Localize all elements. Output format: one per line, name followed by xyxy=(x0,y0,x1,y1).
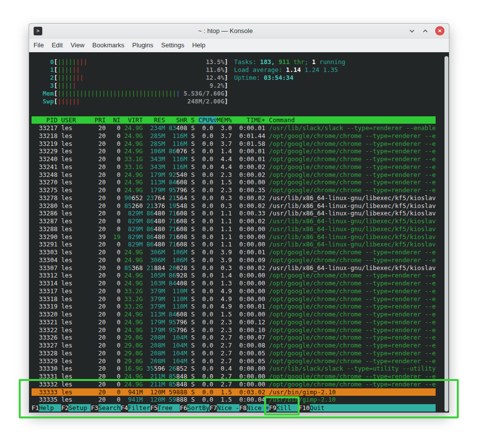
maximize-button[interactable] xyxy=(422,28,429,34)
process-row-33326[interactable]: 33326 les 20 0 29.0G 208M 104M S 0.0 2.7… xyxy=(32,334,449,342)
process-row-33322[interactable]: 33322 les 20 0 24.9G 179M 95796 S 0.0 2.… xyxy=(32,326,449,334)
fkey-label-quit[interactable]: Quit xyxy=(310,404,436,412)
fkey-f10[interactable]: F10 xyxy=(299,404,310,412)
blank-line xyxy=(32,105,449,116)
process-row-33286[interactable]: 33286 les 20 0 829M 86480 71608 S 0.0 1.… xyxy=(32,209,449,217)
fkey-label-help[interactable]: Help xyxy=(39,404,61,412)
process-row-33280[interactable]: 33280 les 20 0 85260 21376 19548 S 0.0 0… xyxy=(32,202,449,210)
meter-pipes: |||||| xyxy=(58,98,80,105)
fkey-f6[interactable]: F6 xyxy=(180,404,187,412)
meter-bar: |||||||12.4% xyxy=(58,74,225,82)
fkey-label-nice-[interactable]: Nice + xyxy=(247,404,269,412)
process-row-33291[interactable]: 33291 les 20 0 829M 86480 71608 S 0.0 1.… xyxy=(32,241,449,248)
sort-column-cpu[interactable]: CPU%▽ xyxy=(199,116,217,124)
meter-label: Mem xyxy=(32,90,54,97)
close-button[interactable]: ✕ xyxy=(435,26,444,35)
menu-item-edit[interactable]: Edit xyxy=(48,41,67,49)
process-row-33278[interactable]: 33278 les 20 0 90652 23764 21564 S 0.0 0… xyxy=(32,194,449,202)
process-row-33270[interactable]: 33270 les 20 0 24.9G 113M 84608 S 0.0 1.… xyxy=(32,178,449,186)
fkey-f7[interactable]: F7 xyxy=(209,404,217,412)
process-row-33314[interactable]: 33314 les 20 0 24.9G 103M 84408 S 0.0 1.… xyxy=(32,279,449,287)
process-row-selected-33333[interactable]: 33333 les 20 0 941M 120M 59888 S 0.0 1.5… xyxy=(32,388,436,396)
process-row-33303[interactable]: 33303 les 20 0 24.9G 306M 106M S 0.0 3.9… xyxy=(32,248,449,256)
process-row-33290[interactable]: 33290 les 39 19 829M 86480 71608 S 0.0 1… xyxy=(32,233,449,241)
process-row-33329[interactable]: 33329 les 20 0 29.0G 208M 104M S 0.0 2.7… xyxy=(32,357,449,365)
fkey-f8[interactable]: F8 xyxy=(239,404,247,412)
fkey-f1[interactable]: F1 xyxy=(32,404,39,412)
process-row-33288[interactable]: 33288 les 20 0 829M 86480 71608 S 0.0 1.… xyxy=(32,225,449,233)
window-title: ~ : htop — Konsole xyxy=(42,27,409,34)
fkey-label-sortby[interactable]: SortBy xyxy=(187,404,209,412)
meter-value: 248M/2.00G xyxy=(187,98,224,105)
meter-pipe-red: ||| xyxy=(76,58,87,66)
process-row-33320[interactable]: 33320 les 20 0 24.9G 113M 84608 S 0.0 1.… xyxy=(32,310,449,318)
process-row-33317[interactable]: 33317 les 20 0 33.2G 379M 110M S 0.0 4.9… xyxy=(32,287,449,295)
process-row-33219[interactable]: 33219 les 20 0 24.9G 285M 116M S 0.0 3.7… xyxy=(32,140,449,148)
process-row-33218[interactable]: 33218 les 20 0 24.9G 285M 116M S 0.0 3.7… xyxy=(32,132,449,140)
process-row-33240[interactable]: 33240 les 20 0 33.1G 343M 116M S 0.0 4.4… xyxy=(32,155,449,163)
meter-label: Swp xyxy=(32,98,54,105)
titlebar[interactable]: > ~ : htop — Konsole ✕ xyxy=(29,24,449,38)
fkey-f9[interactable]: F9 xyxy=(269,404,276,412)
process-row-33327[interactable]: 33327 les 20 0 29.0G 208M 104M S 0.0 2.7… xyxy=(32,342,449,349)
menu-item-view[interactable]: View xyxy=(67,41,88,49)
menu-item-file[interactable]: File xyxy=(30,41,48,49)
terminal[interactable]: 0[||||||||13.5%] 1[||||||11.6%] 2[||||||… xyxy=(29,52,449,413)
process-row-33241[interactable]: 33241 les 20 0 33.1G 343M 116M S 0.0 4.4… xyxy=(32,163,449,171)
fkey-label-setup[interactable]: Setup xyxy=(68,404,91,412)
process-row-33229[interactable]: 33229 les 20 0 24.9G 106M 86076 S 0.0 1.… xyxy=(32,147,449,155)
summary-line: Tasks: 183, 911 thr; 1 running xyxy=(234,58,345,66)
fkey-label-filter[interactable]: Filter xyxy=(128,404,150,412)
process-row-33312[interactable]: 33312 les 20 0 24.9G 105M 86928 S 0.0 1.… xyxy=(32,272,449,279)
meter-bar: ||||||248M/2.00G xyxy=(58,98,225,105)
meter-label: 1 xyxy=(32,66,54,73)
process-row-33318[interactable]: 33318 les 20 0 33.2G 379M 110M S 0.0 4.9… xyxy=(32,295,449,303)
menubar: FileEditViewBookmarksPluginsSettingsHelp xyxy=(29,38,449,52)
fkey-f3[interactable]: F3 xyxy=(91,404,98,412)
process-row-33328[interactable]: 33328 les 20 0 29.0G 208M 104M S 0.0 2.7… xyxy=(32,349,449,357)
process-row-33330[interactable]: 33330 les 20 0 16.9G 35596 26852 S 0.0 0… xyxy=(32,365,449,373)
process-row-33335[interactable]: 33335 les 20 0 941M 120M 59888 S 0.0 1.5… xyxy=(32,396,449,404)
menu-item-help[interactable]: Help xyxy=(188,41,209,49)
minimize-button[interactable] xyxy=(409,28,415,34)
menu-item-plugins[interactable]: Plugins xyxy=(128,41,157,49)
meter-bar: ||||||11.6% xyxy=(58,66,225,74)
fkey-label-tree[interactable]: Tree xyxy=(158,404,180,412)
meter-pipes: ||||||| xyxy=(58,74,84,82)
process-row-33275[interactable]: 33275 les 20 0 24.9G 179M 95796 S 0.0 2.… xyxy=(32,186,449,194)
process-row-33332[interactable]: 33332 les 20 0 24.9G 211M 85848 S 0.0 2.… xyxy=(32,380,449,388)
meter-value: 13.5% xyxy=(206,58,225,66)
menu-item-bookmarks[interactable]: Bookmarks xyxy=(88,41,128,49)
column-headers-left[interactable]: PID USER PRI NI VIRT RES SHR S xyxy=(32,116,199,124)
fkey-label-kill[interactable]: Kill xyxy=(276,404,299,412)
meter-pipe-green: |||| xyxy=(58,66,72,73)
meter-pipe-green: |||||||||||||||||||||||||||||||| xyxy=(58,90,176,97)
scrollbar[interactable] xyxy=(444,56,448,412)
process-row-33248[interactable]: 33248 les 20 0 24.9G 179M 92540 S 0.0 2.… xyxy=(32,171,449,179)
process-row-33287[interactable]: 33287 les 20 0 829M 86480 71608 S 0.0 1.… xyxy=(32,217,449,225)
process-row-33304[interactable]: 33304 les 20 0 24.9G 306M 106M S 0.0 3.9… xyxy=(32,256,449,264)
process-row-33217[interactable]: 33217 les 20 0 24.9G 234M 83408 S 0.0 3.… xyxy=(32,124,449,132)
meter-pipes: ||||||||||||||||||||||||||||||||| xyxy=(58,90,180,98)
process-table-header[interactable]: PID USER PRI NI VIRT RES SHR S CPU%▽MEM%… xyxy=(32,116,449,124)
menu-item-settings[interactable]: Settings xyxy=(157,41,188,49)
fkey-f4[interactable]: F4 xyxy=(121,404,128,412)
fkey-label-search[interactable]: Search xyxy=(99,404,121,412)
window-controls: ✕ xyxy=(409,26,444,35)
process-row-33321[interactable]: 33321 les 20 0 24.9G 179M 95796 S 0.0 2.… xyxy=(32,318,449,326)
column-headers-right[interactable]: MEM% TIME+ Command xyxy=(217,116,436,124)
process-row-33331[interactable]: 33331 les 20 0 24.9G 211M 85848 S 0.0 2.… xyxy=(32,373,449,380)
chevron-up-icon xyxy=(422,29,428,33)
meter-value: 5.53G/7.60G xyxy=(184,90,225,98)
function-key-bar: F1Help F2Setup F3SearchF4FilterF5Tree F6… xyxy=(32,404,449,413)
konsole-window: > ~ : htop — Konsole ✕ FileEditViewBookm… xyxy=(29,23,449,413)
fkey-label-nice-[interactable]: Nice - xyxy=(217,404,239,412)
meter-pipe-red: |||||| xyxy=(58,98,80,105)
fkey-f5[interactable]: F5 xyxy=(150,404,158,412)
process-row-33319[interactable]: 33319 les 20 0 33.2G 379M 110M S 0.0 4.9… xyxy=(32,303,449,310)
chevron-down-icon xyxy=(409,29,415,33)
meter-cpu3: 3[|||||9.2%] xyxy=(32,82,449,90)
process-row-33307[interactable]: 33307 les 20 0 85368 21884 20028 S 0.0 0… xyxy=(32,264,449,272)
desktop-background: > ~ : htop — Konsole ✕ FileEditViewBookm… xyxy=(0,0,478,448)
fkey-f2[interactable]: F2 xyxy=(61,404,68,412)
